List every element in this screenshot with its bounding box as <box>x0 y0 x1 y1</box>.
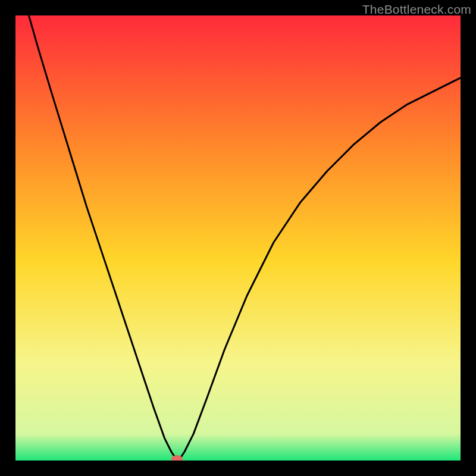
chart-frame <box>15 15 461 461</box>
attribution-label: TheBottleneck.com <box>362 2 471 17</box>
chart-plot <box>15 15 461 461</box>
gradient-background <box>15 15 461 461</box>
